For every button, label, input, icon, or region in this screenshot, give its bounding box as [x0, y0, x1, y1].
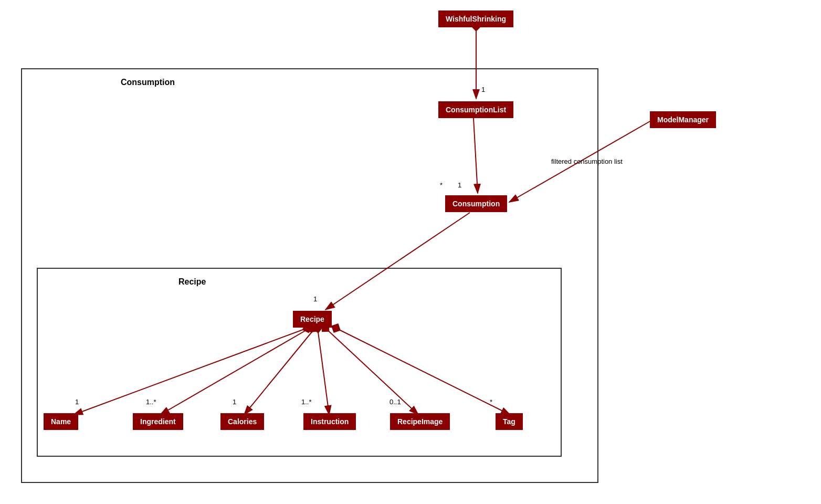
consumption-node: Consumption: [445, 195, 507, 212]
mult-star-consumption: *: [440, 181, 443, 189]
recipeimage-node: RecipeImage: [390, 413, 450, 430]
mult-1star-instruction: 1..*: [301, 398, 312, 406]
mult-1-recipe: 1: [313, 295, 317, 303]
mult-1-name: 1: [75, 398, 79, 406]
mult-1-consumption: 1: [458, 181, 461, 189]
wishfulshrinking-node: WishfulShrinking: [438, 10, 513, 27]
mult-star-tag: *: [490, 398, 492, 406]
name-node: Name: [44, 413, 78, 430]
ingredient-node: Ingredient: [133, 413, 183, 430]
filtered-consumption-label: filtered consumption list: [551, 158, 623, 165]
recipe-node: Recipe: [293, 311, 332, 328]
mult-01-recipeimage: 0..1: [390, 398, 401, 406]
instruction-node: Instruction: [303, 413, 356, 430]
consumptionlist-node: ConsumptionList: [438, 101, 513, 118]
modelmanager-node: ModelManager: [650, 111, 716, 128]
mult-1star-ingredient: 1..*: [146, 398, 156, 406]
calories-node: Calories: [220, 413, 264, 430]
tag-node: Tag: [496, 413, 523, 430]
mult-1-calories: 1: [233, 398, 236, 406]
mult-1-consumptionlist: 1: [481, 86, 485, 93]
recipe-package: [37, 268, 562, 457]
diagram-container: Consumption Recipe: [0, 0, 821, 504]
